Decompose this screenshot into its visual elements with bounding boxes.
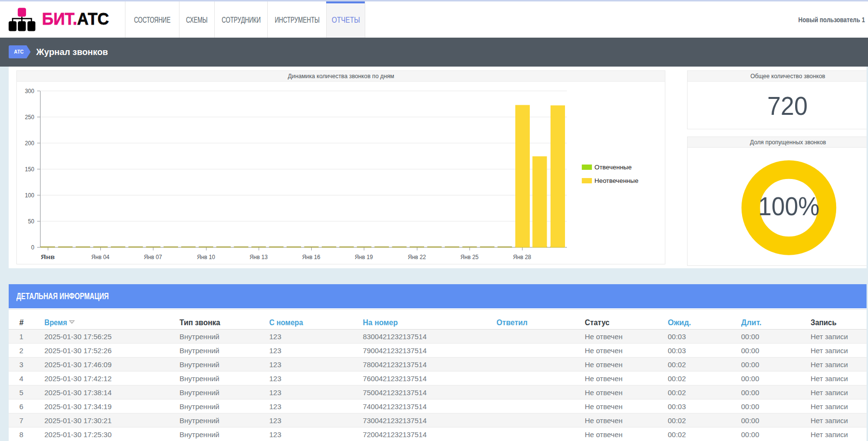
svg-text:Отвеченные: Отвеченные [594, 164, 632, 171]
svg-text:Янв 28: Янв 28 [513, 253, 531, 261]
svg-text:Янв 10: Янв 10 [197, 253, 215, 261]
svg-text:Янв 13: Янв 13 [249, 253, 268, 261]
svg-text:Янв 25: Янв 25 [460, 253, 479, 261]
svg-text:Янв: Янв [41, 253, 55, 261]
svg-text:Янв 07: Янв 07 [144, 253, 162, 261]
svg-text:Янв 19: Янв 19 [355, 253, 373, 261]
svg-text:100: 100 [25, 192, 35, 199]
svg-text:50: 50 [28, 218, 34, 225]
svg-text:250: 250 [25, 113, 35, 121]
svg-text:0: 0 [31, 244, 34, 251]
svg-text:100%: 100% [758, 192, 820, 220]
svg-text:Янв 22: Янв 22 [408, 253, 426, 261]
svg-text:Янв 16: Янв 16 [302, 253, 320, 261]
svg-text:Неотвеченные: Неотвеченные [594, 177, 638, 184]
svg-text:Янв 04: Янв 04 [91, 253, 110, 261]
svg-text:150: 150 [25, 165, 35, 173]
svg-text:200: 200 [25, 139, 35, 147]
svg-text:300: 300 [25, 87, 35, 95]
